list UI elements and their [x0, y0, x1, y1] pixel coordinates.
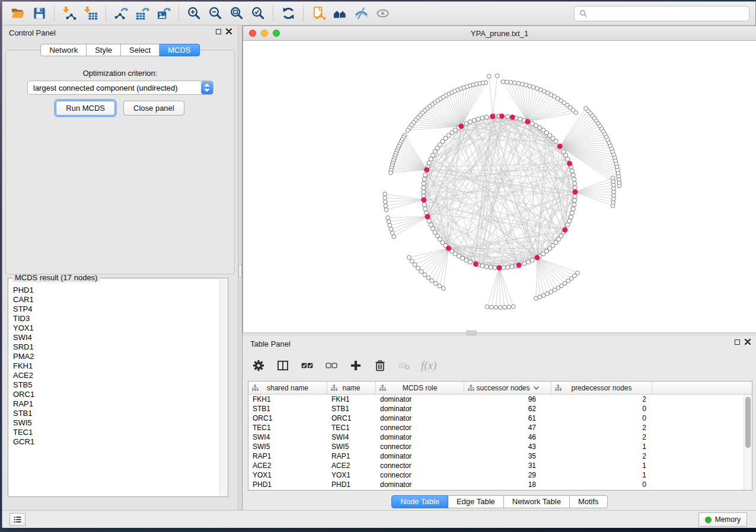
- table-cell: connector: [376, 461, 464, 470]
- network-canvas[interactable]: [243, 41, 756, 332]
- table-row[interactable]: RAP1RAP1dominator352: [248, 451, 744, 461]
- table-row[interactable]: STB1STB1dominator620: [248, 404, 744, 414]
- search-box[interactable]: [574, 6, 749, 21]
- select-all-icon[interactable]: [299, 358, 315, 373]
- minimize-window-icon[interactable]: [261, 30, 268, 37]
- table-cell: 1: [551, 470, 652, 480]
- save-session-icon[interactable]: [28, 4, 50, 24]
- criterion-dropdown-value: largest connected component (undirected): [28, 84, 201, 92]
- mcds-result-item[interactable]: TEC1: [13, 428, 219, 437]
- search-input[interactable]: [591, 9, 744, 18]
- close-window-icon[interactable]: [249, 30, 256, 37]
- export-table-icon[interactable]: [132, 4, 153, 24]
- mcds-result-item[interactable]: FKH1: [13, 361, 219, 371]
- float-panel-icon[interactable]: [735, 339, 740, 345]
- task-history-button[interactable]: [9, 513, 25, 526]
- tab-style[interactable]: Style: [87, 44, 121, 56]
- tab-edge-table[interactable]: Edge Table: [448, 495, 504, 508]
- table-cell: PHD1: [327, 480, 376, 489]
- table-row[interactable]: ORC1ORC1dominator610: [248, 414, 744, 423]
- table-scrollbar[interactable]: [744, 395, 752, 490]
- table-row[interactable]: ACE2ACE2connector311: [248, 461, 744, 470]
- hide-selected-icon[interactable]: [350, 4, 372, 24]
- splitter-grip[interactable]: [467, 331, 476, 335]
- clone-network-icon[interactable]: [308, 4, 329, 24]
- column-header-MCDS-role[interactable]: MCDS role: [376, 382, 464, 394]
- tab-motifs[interactable]: Motifs: [570, 495, 608, 508]
- table-row[interactable]: SWI5SWI5connector431: [248, 442, 744, 451]
- mcds-result-item[interactable]: GCR1: [13, 437, 219, 447]
- show-columns-icon[interactable]: [275, 358, 291, 373]
- export-image-icon[interactable]: [153, 4, 174, 24]
- mcds-result-item[interactable]: RAP1: [13, 399, 219, 409]
- mcds-result-item[interactable]: PHD1: [13, 286, 219, 295]
- mcds-result-list[interactable]: PHD1CAR1STP4TID3YOX1SWI4SRD1PMA2FKH1ACE2…: [9, 283, 219, 496]
- mcds-result-item[interactable]: SWI4: [13, 333, 219, 342]
- delete-table-icon: [397, 358, 412, 373]
- column-header-name[interactable]: name: [327, 382, 376, 394]
- export-network-icon[interactable]: [110, 4, 132, 24]
- splitter-grip[interactable]: [238, 264, 242, 277]
- column-header-predecessor-nodes[interactable]: predecessor nodes: [551, 382, 652, 394]
- mcds-result-item[interactable]: CAR1: [13, 295, 219, 305]
- first-neighbors-icon[interactable]: [329, 4, 350, 24]
- mcds-result-item[interactable]: ACE2: [13, 371, 219, 380]
- open-file-icon[interactable]: [7, 4, 28, 24]
- refresh-icon[interactable]: [277, 4, 299, 24]
- table-cell: 18: [464, 480, 551, 489]
- dropdown-stepper-icon[interactable]: [201, 81, 213, 94]
- add-icon[interactable]: [348, 358, 363, 373]
- table-row[interactable]: PHD1PHD1dominator180: [248, 480, 744, 489]
- mcds-result-item[interactable]: TID3: [13, 314, 219, 323]
- status-bar: Memory: [2, 510, 756, 528]
- column-header-shared-name[interactable]: shared name: [248, 382, 327, 394]
- mcds-result-item[interactable]: PMA2: [13, 352, 219, 361]
- vertical-splitter[interactable]: [238, 25, 243, 510]
- import-table-icon[interactable]: [80, 4, 101, 24]
- table-row[interactable]: TEC1TEC1connector472: [248, 423, 744, 432]
- maximize-window-icon[interactable]: [273, 30, 280, 37]
- tab-network[interactable]: Network: [40, 44, 87, 56]
- tab-select[interactable]: Select: [121, 44, 160, 56]
- import-network-icon[interactable]: [59, 4, 80, 24]
- float-panel-icon[interactable]: [216, 29, 221, 34]
- table-row[interactable]: FKH1FKH1dominator962: [248, 395, 744, 404]
- gear-icon[interactable]: [251, 358, 266, 373]
- mcds-tab-content: Optimization criterion: largest connecte…: [5, 50, 235, 274]
- close-panel-icon[interactable]: [226, 28, 232, 34]
- close-panel-icon[interactable]: [745, 339, 751, 345]
- table-row[interactable]: YOX1YOX1connector291: [248, 470, 744, 480]
- toolbar-buttons: [7, 4, 393, 24]
- zoom-selected-icon[interactable]: [247, 4, 269, 24]
- mcds-result-item[interactable]: STB1: [13, 409, 219, 418]
- zoom-fit-icon[interactable]: [226, 4, 247, 24]
- column-header-successor-nodes[interactable]: successor nodes: [464, 382, 551, 394]
- mcds-result-item[interactable]: SWI5: [13, 418, 219, 428]
- run-mcds-button[interactable]: Run MCDS: [56, 101, 115, 116]
- table-row[interactable]: SWI4SWI4dominator462: [248, 432, 744, 442]
- mcds-result-item[interactable]: STP4: [13, 305, 219, 314]
- mcds-result-item[interactable]: YOX1: [13, 323, 219, 333]
- tab-node-table[interactable]: Node Table: [391, 495, 448, 508]
- list-icon: [13, 515, 23, 524]
- mcds-result-title: MCDS result (17 nodes): [12, 273, 100, 282]
- scrollbar-thumb[interactable]: [745, 397, 751, 448]
- show-hidden-icon[interactable]: [372, 4, 393, 24]
- mcds-list-scrollbar[interactable]: [219, 279, 227, 496]
- zoom-in-icon[interactable]: [183, 4, 205, 24]
- network-title: YPA_prune.txt_1: [471, 29, 528, 38]
- close-panel-button[interactable]: Close panel: [123, 101, 184, 116]
- zoom-out-icon[interactable]: [205, 4, 226, 24]
- mcds-result-item[interactable]: ORC1: [13, 390, 219, 399]
- trash-icon[interactable]: [372, 358, 388, 373]
- criterion-dropdown[interactable]: largest connected component (undirected): [27, 81, 213, 95]
- table-cell: 1: [551, 461, 652, 470]
- table-cell: RAP1: [327, 451, 376, 461]
- memory-button[interactable]: Memory: [698, 512, 747, 527]
- tab-mcds[interactable]: MCDS: [160, 44, 199, 56]
- mcds-result-item[interactable]: SRD1: [13, 342, 219, 352]
- toolbar-separator: [54, 5, 55, 22]
- tab-network-table[interactable]: Network Table: [504, 495, 570, 508]
- deselect-all-icon[interactable]: [324, 358, 339, 373]
- mcds-result-item[interactable]: STB5: [13, 380, 219, 390]
